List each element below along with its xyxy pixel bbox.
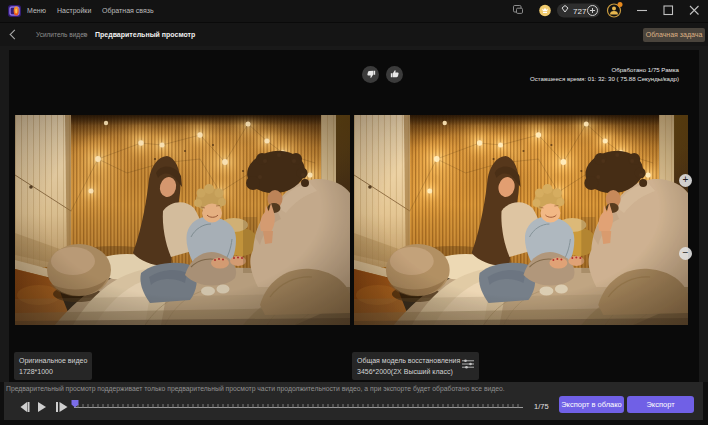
- svg-text:727: 727: [573, 7, 587, 16]
